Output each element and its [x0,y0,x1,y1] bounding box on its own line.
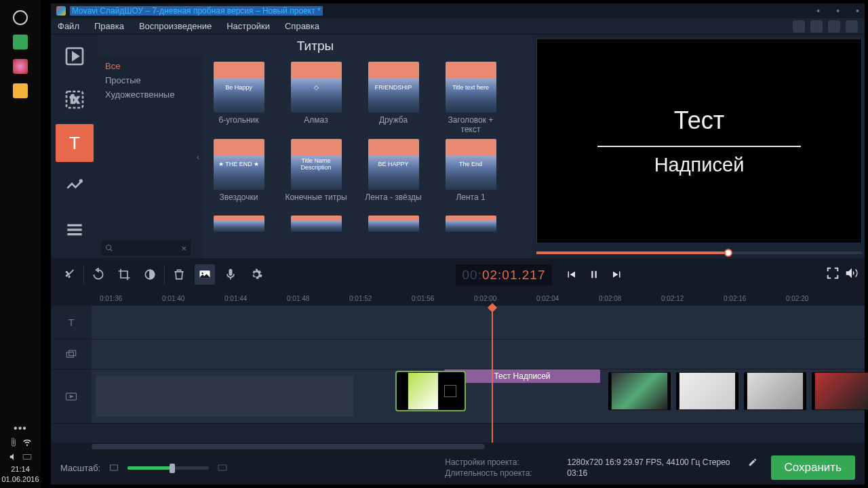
title-preset-hexagon[interactable]: Be Happy [214,62,264,113]
title-clip[interactable]: Тест Надписей [444,369,600,383]
overlay-track-head[interactable] [51,340,92,369]
prev-frame-button[interactable] [561,265,580,284]
svg-text:fx: fx [71,94,79,105]
video-clip[interactable] [608,372,671,410]
ruler-tick: 0:02:16 [724,295,746,302]
title-label: Звездочки [220,192,258,211]
title-preset-credits[interactable]: Title Name Description [291,139,342,190]
video-clip-selected[interactable] [397,372,465,410]
title-label: Лента - звёзды [365,192,421,211]
ruler-tick: 0:01:36 [100,295,122,302]
titles-grid: Be Happy6-угольник ◇Алмаз FRIENDSHIPДруж… [203,56,532,258]
app-logo-icon [56,6,66,16]
image-mode-button[interactable] [195,264,215,285]
dock-shield-icon[interactable] [13,59,28,74]
video-track-head[interactable] [51,369,92,423]
edit-settings-icon[interactable] [748,458,757,467]
dock-more-icon[interactable]: ••• [14,422,27,434]
video-track-body[interactable]: Тест Надписей [92,369,865,423]
social-ok-icon[interactable] [810,20,823,33]
maximize-button[interactable]: • [836,5,840,16]
menu-help[interactable]: Справка [285,21,319,31]
project-duration-value: 03:16 [567,468,587,478]
video-clip[interactable] [744,372,806,410]
mode-transitions-button[interactable] [56,167,94,205]
mode-filters-button[interactable]: fx [56,81,94,119]
overlay-track [51,340,865,369]
save-button[interactable]: Сохранить [771,455,855,480]
category-artistic[interactable]: Художественные [98,87,193,102]
menu-file[interactable]: Файл [58,21,79,31]
menu-playback[interactable]: Воспроизведение [139,21,212,31]
title-preset-more[interactable] [368,216,419,232]
pause-button[interactable] [585,265,604,284]
zoom-slider[interactable] [127,466,209,470]
clear-search-button[interactable]: × [181,243,186,253]
volume-button[interactable] [844,266,859,283]
title-preset-heading[interactable]: Title text here [446,62,496,113]
ruler-tick: 0:01:56 [412,295,434,302]
title-preset-more[interactable] [291,216,342,232]
dock-app-icon[interactable] [13,35,28,49]
title-preset-friendship[interactable]: FRIENDSHIP [368,62,419,113]
mode-more-button[interactable] [56,211,94,249]
collapse-categories-button[interactable]: ‹ [193,56,203,258]
social-vk-icon[interactable] [828,20,840,33]
titles-browser: Титры Все Простые Художественные × ‹ Be … [98,35,532,258]
cut-button[interactable] [59,264,79,285]
ruler-tick: 0:02:00 [474,295,496,302]
ruler-tick: 0:01:48 [287,295,309,302]
timeline-ruler[interactable]: 0:01:36 0:01:40 0:01:44 0:01:48 0:01:52 … [51,291,865,306]
preview-panel: Тест Надписей [532,35,865,258]
menu-edit[interactable]: Правка [94,21,124,31]
mode-media-button[interactable] [56,37,94,75]
category-all[interactable]: Все [98,59,193,73]
title-preset-diamond[interactable]: ◇ [291,62,342,113]
category-search[interactable]: × [101,241,191,256]
preview-scrubber[interactable] [536,247,862,258]
timeline-scrollbar[interactable] [51,443,865,451]
next-frame-button[interactable] [608,265,627,284]
social-share-icon[interactable] [846,20,858,33]
video-track: Тест Надписей [51,369,865,424]
rotate-button[interactable] [88,264,108,285]
fullscreen-button[interactable] [825,266,840,283]
social-youtube-icon[interactable] [793,20,805,33]
close-button[interactable]: • [856,5,859,16]
keyboard-icon [22,452,32,462]
title-label: Заголовок + текст [439,115,502,135]
minimize-button[interactable]: • [816,5,820,16]
zoom-clip-icon[interactable] [217,462,228,473]
title-preset-more[interactable] [214,216,264,232]
dock-folder-icon[interactable] [13,83,28,98]
search-icon [105,244,113,252]
title-label: Алмаз [304,115,328,134]
title-preset-stars[interactable]: ★ THE END ★ [214,139,264,190]
project-info: Настройки проекта: 868x488 16:9 29.97 F… [445,458,757,478]
title-preset-ribbon-1[interactable]: The End [446,139,496,190]
title-label: 6-угольник [218,115,258,134]
title-track-head[interactable]: T [51,306,92,339]
zoom-fit-icon[interactable] [108,462,119,473]
scrubber-knob[interactable] [724,249,732,257]
transport-bar: 00:02:01.217 [51,258,865,291]
title-preset-ribbon-stars[interactable]: BE HAPPY [368,139,419,190]
menu-settings[interactable]: Настройки [226,21,270,31]
color-button[interactable] [140,264,160,285]
svg-text:T: T [68,317,74,328]
video-clip[interactable] [812,372,868,410]
title-track: T [51,306,865,340]
video-clip[interactable] [676,372,738,410]
delete-button[interactable] [169,264,189,285]
svg-rect-16 [66,352,73,357]
category-simple[interactable]: Простые [98,73,193,87]
title-preset-more[interactable] [446,216,496,232]
crop-button[interactable] [114,264,134,285]
settings-button[interactable] [246,264,267,285]
mic-button[interactable] [220,264,241,285]
menubar: Файл Правка Воспроизведение Настройки Сп… [51,18,865,35]
ruler-tick: 0:02:08 [599,295,621,302]
dock-circle-icon[interactable] [13,10,28,25]
playhead[interactable] [492,306,493,443]
mode-titles-button[interactable]: T [56,124,94,162]
